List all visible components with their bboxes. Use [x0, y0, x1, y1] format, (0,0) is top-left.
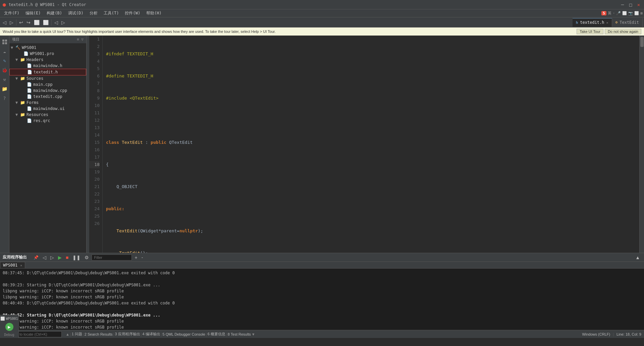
sidebar-help[interactable]: ?	[1, 95, 8, 102]
status-item-summary[interactable]: 6 概要信息	[208, 332, 225, 337]
kit-panel: ⬜ WPS001 ▶ Debug	[0, 315, 19, 338]
kit-selector[interactable]: ⬜ WPS001	[0, 316, 18, 321]
output-line-3: 08:39:23: Starting D:\QT\qtCode\WPS001\D…	[3, 282, 641, 288]
menu-analyze[interactable]: 分析	[87, 10, 100, 17]
tree-label-forms: Forms	[26, 100, 39, 105]
line-numbers: 1 2 3 4 5 6 7 8 9 10 11 12 13 14 15 16 1…	[89, 36, 103, 253]
output-line-9: libpng warning: iCCP: known incorrect sR…	[3, 318, 641, 324]
status-item-qml[interactable]: 5 QML Debugger Console	[163, 332, 205, 336]
status-item-compile[interactable]: 4 编译输出	[142, 332, 160, 337]
output-line-10: libpng warning: iCCP: known incorrect sR…	[3, 324, 641, 330]
sidebar-build[interactable]: ⚒	[1, 76, 8, 83]
code-lines[interactable]: #ifndef TEXTEDIT_H #define TEXTEDIT_H #i…	[103, 36, 639, 253]
bottom-next-btn[interactable]: ▷	[49, 254, 55, 261]
menu-file[interactable]: 文件(F)	[1, 10, 22, 17]
menu-build[interactable]: 构建(B)	[44, 10, 65, 17]
tab-textedit-h[interactable]: h textedit.h ✕	[573, 18, 612, 27]
close-button[interactable]: ✕	[636, 2, 641, 7]
tree-label-mainwindow-cpp: mainwindow.cpp	[33, 88, 67, 93]
minimize-button[interactable]: ─	[620, 2, 625, 7]
tree-item-pro[interactable]: ▷ 📄 WPS001.pro	[9, 51, 86, 57]
scrollbar-thumb[interactable]	[640, 37, 644, 47]
tree-arrow-sources: ▼	[15, 76, 20, 81]
bottom-run-btn[interactable]: ▶	[57, 254, 63, 261]
sidebar-edit[interactable]: ✎	[1, 57, 8, 64]
bottom-pause-btn[interactable]: ❚❚	[71, 254, 82, 261]
tab-close-textedit-h[interactable]: ✕	[606, 21, 608, 24]
tree-item-textedit-cpp[interactable]: ▷ 📄 textedit.cpp	[9, 94, 86, 100]
menu-tools[interactable]: 工具(T)	[101, 10, 122, 17]
bottom-attach-btn[interactable]: 📌	[32, 254, 40, 261]
sidebar-cloud[interactable]: ☁	[1, 48, 8, 55]
filetree-title: 项目	[12, 37, 19, 42]
cpp-icon-main: 📄	[27, 82, 32, 87]
bottom-tab-close-wps001[interactable]: ✕	[20, 264, 22, 267]
toolbar-btn5[interactable]: ◁	[53, 19, 59, 26]
code-editor: 1 2 3 4 5 6 7 8 9 10 11 12 13 14 15 16 1…	[87, 36, 639, 253]
menu-help[interactable]: 帮助(H)	[144, 10, 164, 17]
tree-item-mainwindow-cpp[interactable]: ▷ 📄 mainwindow.cpp	[9, 88, 86, 94]
bottom-tab-wps001[interactable]: WPS001 ✕	[0, 262, 25, 268]
bottom-stop-btn[interactable]: ■	[64, 254, 70, 261]
tooltip-buttons: Take UI Tour Do not show again	[577, 29, 641, 34]
tree-item-wps001[interactable]: ▼ 🔨 WPS001	[9, 45, 86, 51]
tree-arrow-headers: ▼	[15, 57, 20, 62]
toolbar-btn3[interactable]: ⬜	[33, 19, 41, 26]
svg-rect-1	[5, 40, 7, 42]
tree-item-textedit-h[interactable]: ▷ 📄 textedit.h	[9, 69, 86, 75]
status-encoding[interactable]: Windows (CRLF)	[582, 332, 610, 336]
tree-item-resources[interactable]: ▼ 📁 Resources	[9, 112, 86, 118]
tree-item-main-cpp[interactable]: ▷ 📄 main.cpp	[9, 81, 86, 88]
menu-controls[interactable]: 控件(W)	[122, 10, 143, 17]
toolbar: ◁ ▷ ↩ ↪ ⬜ ⬜ ◁ ▷ h textedit.h ✕ ⚙ TextEdi…	[0, 17, 644, 27]
tree-item-forms[interactable]: ▼ 📁 Forms	[9, 100, 86, 106]
tree-item-headers[interactable]: ▼ 📁 Headers	[9, 57, 86, 63]
tab-icon-textedit: ⚙	[615, 20, 618, 24]
status-item-problems[interactable]: 1 问题	[72, 332, 82, 337]
code-line-5: class TextEdit : public QTextEdit	[106, 139, 639, 146]
toolbar-btn4[interactable]: ⬜	[42, 19, 50, 26]
tab-textedit[interactable]: ⚙ TextEdit	[612, 18, 643, 27]
menu-edit[interactable]: 编辑(E)	[23, 10, 44, 17]
dont-show-button[interactable]: Do not show again	[605, 29, 641, 34]
right-scrollbar[interactable]	[639, 36, 644, 253]
bottom-settings-btn[interactable]: ⚙	[83, 254, 90, 261]
toolbar-back[interactable]: ◁	[1, 19, 8, 26]
bottom-prev-btn[interactable]: ◁	[41, 254, 48, 261]
tree-item-sources[interactable]: ▼ 📁 Sources	[9, 75, 86, 81]
code-line-2: #define TEXTEDIT_H	[106, 72, 639, 80]
tree-label-wps001: WPS001	[22, 45, 36, 50]
take-tour-button[interactable]: Take UI Tour	[577, 29, 603, 34]
code-area[interactable]: 1 2 3 4 5 6 7 8 9 10 11 12 13 14 15 16 1…	[87, 36, 639, 253]
toolbar-btn6[interactable]: ▷	[60, 19, 66, 26]
code-line-10: ~TextEdit();	[106, 249, 639, 253]
sidebar-welcome[interactable]	[1, 38, 8, 46]
sidebar-debug[interactable]: 🐞	[1, 66, 8, 74]
code-line-9: TextEdit(QWidget*parent=nullptr);	[106, 227, 639, 235]
headers-icon: 📁	[20, 57, 25, 62]
status-item-output[interactable]: 3 应用程序输出	[115, 332, 140, 337]
status-item-search[interactable]: 2 Search Results	[85, 332, 113, 336]
status-item-test[interactable]: 8 Test Results	[228, 332, 251, 336]
tree-label-main-cpp: main.cpp	[33, 82, 53, 87]
bottom-remove-btn[interactable]: -	[140, 254, 145, 261]
menu-debug[interactable]: 调试(D)	[65, 10, 86, 17]
app-icon: ●	[3, 1, 6, 8]
toolbar-forward[interactable]: ▷	[8, 19, 15, 26]
run-button[interactable]: ▶	[5, 323, 13, 331]
status-arrow-up[interactable]: ▲	[66, 332, 69, 336]
code-line-7: Q_OBJECT	[106, 183, 639, 190]
sidebar-project[interactable]: 📁	[1, 85, 8, 93]
toolbar-redo[interactable]: ↪	[25, 19, 32, 26]
tree-item-mainwindow-h[interactable]: ▷ 📄 mainwindow.h	[9, 63, 86, 69]
tree-item-mainwindow-ui[interactable]: ▷ 📄 mainwindow.ui	[9, 106, 86, 112]
status-arrow-down[interactable]: ▼	[252, 332, 255, 336]
toolbar-undo[interactable]: ↩	[18, 19, 24, 26]
tree-label-headers: Headers	[26, 57, 44, 62]
bottom-add-btn[interactable]: +	[133, 254, 139, 261]
bottom-expand-btn[interactable]: ▲	[634, 254, 641, 261]
maximize-button[interactable]: □	[628, 2, 633, 7]
bottom-filter-input[interactable]	[92, 254, 132, 261]
tree-label-resources: Resources	[26, 112, 48, 117]
tree-item-res-qrc[interactable]: ▷ 📄 res.qrc	[9, 118, 86, 124]
